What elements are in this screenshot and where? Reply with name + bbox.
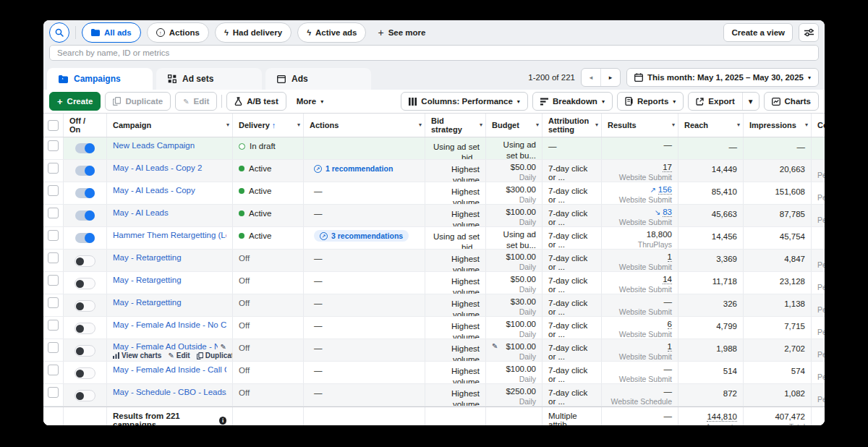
- row-checkbox[interactable]: [48, 230, 59, 241]
- row-checkbox[interactable]: [48, 387, 59, 398]
- tab-ad-sets[interactable]: Ad sets: [156, 68, 262, 90]
- campaign-toggle[interactable]: [75, 233, 95, 243]
- campaign-toggle[interactable]: [75, 323, 95, 334]
- column-header-results[interactable]: Results▾: [602, 114, 678, 137]
- impressions-value: 45,754: [749, 231, 805, 242]
- date-range-button[interactable]: This month: May 1, 2025 – May 30, 2025 ▾: [626, 68, 819, 87]
- charts-button[interactable]: Charts: [764, 92, 819, 111]
- column-header-budget[interactable]: Budget▾: [486, 114, 542, 137]
- export-button[interactable]: Export: [689, 93, 741, 110]
- reach-value: 14,456: [684, 231, 737, 242]
- reach-cell: 326: [678, 294, 744, 316]
- campaign-toggle[interactable]: [75, 390, 95, 401]
- column-header-attribution[interactable]: Attribution setting▾: [542, 114, 602, 137]
- impressions-cell: 151,608: [744, 182, 812, 204]
- select-all-checkbox[interactable]: [48, 120, 59, 131]
- reports-button[interactable]: Reports ▾: [617, 92, 684, 111]
- column-header-select[interactable]: [43, 114, 64, 137]
- column-header-cost[interactable]: Co: [812, 114, 825, 137]
- breakdown-button[interactable]: Breakdown ▾: [532, 92, 613, 111]
- campaign-link[interactable]: May - Retargetting: [113, 276, 226, 284]
- row-checkbox[interactable]: [48, 342, 59, 353]
- filter-pill-actions[interactable]: ↑ Actions: [147, 22, 209, 43]
- view-charts-action[interactable]: View charts: [113, 352, 161, 359]
- column-header-delivery[interactable]: Delivery↑▾: [233, 114, 304, 137]
- table-row: May - RetargettingOff—Highest volume$50.…: [43, 272, 825, 294]
- search-filter-button[interactable]: [49, 22, 69, 43]
- active-dot-icon: [239, 233, 244, 239]
- search-input[interactable]: [49, 45, 819, 61]
- recommendation-link[interactable]: ↗3 recommendations: [314, 230, 409, 242]
- table-row: May - Schedule - CBO - Leads/Submit Appl…: [43, 384, 825, 406]
- duplicate-action[interactable]: Duplicate: [197, 352, 233, 359]
- results-indicator: Website Submit Appli..: [608, 307, 672, 316]
- row-checkbox[interactable]: [48, 320, 59, 331]
- campaign-toggle[interactable]: [75, 166, 95, 176]
- prev-page-button[interactable]: ◂: [582, 69, 601, 86]
- column-header-toggle[interactable]: Off / On: [64, 114, 107, 137]
- attribution-value: —: [548, 142, 595, 150]
- campaign-link[interactable]: May - AI Leads - Copy 2: [113, 163, 226, 172]
- view-settings-button[interactable]: [799, 23, 819, 42]
- filter-pill-had-delivery[interactable]: ϟ Had delivery: [215, 22, 292, 43]
- campaign-toggle[interactable]: [75, 255, 95, 267]
- campaign-link[interactable]: May - Retargetting: [113, 253, 226, 262]
- duplicate-button[interactable]: Duplicate: [105, 92, 171, 111]
- filter-pill-all-ads[interactable]: All ads: [82, 22, 141, 43]
- row-checkbox[interactable]: [48, 297, 59, 308]
- column-label: Actions: [310, 121, 339, 129]
- campaign-toggle[interactable]: [75, 210, 95, 221]
- recommendation-link[interactable]: ↗1 recommendation: [314, 164, 393, 173]
- campaign-link[interactable]: May - Female Ad Inside - Call Out - Reel…: [113, 365, 226, 374]
- reach-value: 14,449: [684, 164, 737, 175]
- campaign-toggle[interactable]: [75, 300, 95, 312]
- next-page-button[interactable]: ▸: [601, 69, 620, 86]
- column-header-campaign[interactable]: Campaign▾: [107, 114, 233, 137]
- delivery-cell: Off: [233, 362, 304, 383]
- column-header-bid[interactable]: Bid strategy▾: [425, 114, 486, 137]
- campaign-link[interactable]: May - AI Leads: [113, 208, 226, 217]
- campaign-toggle[interactable]: [75, 143, 95, 153]
- campaign-toggle[interactable]: [75, 278, 95, 289]
- edit-action[interactable]: ✎Edit: [168, 352, 190, 359]
- pencil-icon[interactable]: ✎: [221, 343, 226, 351]
- info-icon[interactable]: i: [219, 417, 226, 425]
- row-checkbox[interactable]: [48, 163, 59, 174]
- row-checkbox[interactable]: [48, 140, 59, 151]
- create-button[interactable]: + Create: [49, 92, 101, 111]
- column-header-reach[interactable]: Reach▾: [678, 114, 744, 137]
- campaign-link[interactable]: Hammer Them Retargetting (Leads last 14 …: [113, 231, 226, 239]
- create-a-view-button[interactable]: Create a view: [723, 23, 793, 42]
- more-button[interactable]: More ▾: [291, 97, 330, 106]
- tab-campaigns[interactable]: Campaigns: [47, 68, 153, 90]
- row-checkbox[interactable]: [48, 252, 59, 263]
- row-checkbox[interactable]: [48, 185, 59, 196]
- column-header-impressions[interactable]: Impressions▾: [744, 114, 812, 137]
- campaign-toggle[interactable]: [75, 188, 95, 198]
- export-menu-button[interactable]: ▾: [742, 93, 759, 110]
- campaign-link[interactable]: New Leads Campaign: [113, 141, 226, 150]
- campaign-cell: May - AI Leads - Copy 2: [107, 160, 233, 182]
- column-header-actions[interactable]: Actions▾: [304, 114, 425, 137]
- campaign-link[interactable]: May - Female Ad Outside - No Call Out - …: [113, 342, 218, 351]
- campaign-link[interactable]: May - Female Ad Inside - No Call Out: [113, 320, 226, 329]
- toggle-knob: [85, 233, 95, 243]
- row-checkbox[interactable]: [48, 365, 59, 375]
- campaign-link[interactable]: May - AI Leads - Copy: [113, 186, 226, 195]
- campaign-link[interactable]: May - Schedule - CBO - Leads/Submit Appl…: [113, 388, 226, 396]
- campaign-name-wrap: May - Female Ad Outside - No Call Out - …: [113, 342, 226, 351]
- pencil-icon[interactable]: ✎: [492, 341, 498, 351]
- edit-button[interactable]: ✎ Edit: [175, 92, 217, 111]
- campaign-toggle[interactable]: [75, 345, 95, 357]
- campaign-link[interactable]: May - Retargetting: [113, 298, 226, 307]
- columns-button[interactable]: Columns: Performance ▾: [401, 92, 528, 111]
- campaign-toggle[interactable]: [75, 367, 95, 379]
- ab-test-button[interactable]: A/B test: [226, 92, 286, 111]
- row-checkbox[interactable]: [48, 275, 59, 286]
- row-checkbox[interactable]: [48, 208, 59, 218]
- bid-strategy-cell: Highest volume: [425, 294, 486, 316]
- filter-pill-active-ads[interactable]: ϟ Active ads: [297, 22, 366, 43]
- tab-ads[interactable]: Ads: [265, 68, 371, 90]
- attribution-cell: 7-day click or ...: [542, 227, 602, 249]
- see-more-button[interactable]: + See more: [372, 27, 431, 38]
